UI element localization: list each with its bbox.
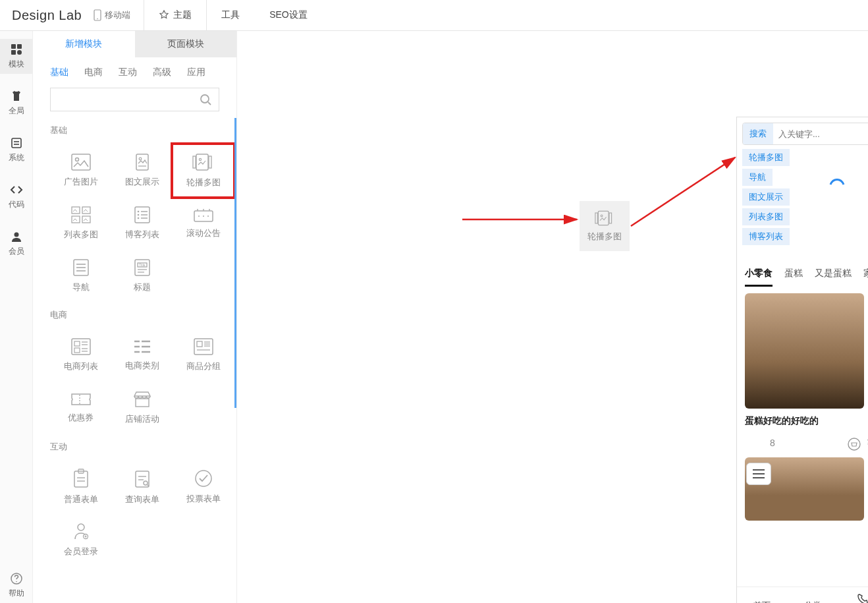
product-image [745, 293, 864, 409]
preview-tag-carousel[interactable]: 轮播多图 [742, 149, 790, 166]
svg-point-22 [199, 158, 201, 160]
module-search [50, 88, 219, 111]
tab-theme[interactable]: 主题 [144, 0, 207, 30]
category-tabs: 基础 电商 互动 高级 应用 [33, 57, 236, 85]
mod-member-login[interactable]: 会员登录 [50, 513, 111, 566]
shirt-icon [10, 90, 23, 103]
svg-point-75 [144, 481, 148, 485]
search-input[interactable] [50, 88, 219, 111]
preview-category-tabs: 小零食 蛋糕 又是蛋糕 家居生活 摆件 [737, 262, 868, 287]
preview-search: 搜索 [742, 123, 868, 145]
rail-modules[interactable]: 模块 [0, 39, 32, 74]
icon-rail: 模块 全局 系统 代码 会员 帮助 [0, 31, 33, 603]
pv-tab-cake[interactable]: 蛋糕 [784, 268, 803, 287]
mod-ecom-category[interactable]: 电商类别 [111, 329, 173, 382]
mod-list-images[interactable]: 列表多图 [50, 197, 111, 250]
svg-rect-42 [135, 260, 149, 275]
svg-point-12 [201, 95, 209, 103]
help-icon [10, 572, 23, 585]
preview-search-btn[interactable]: 搜索 [743, 123, 773, 144]
cat-advanced[interactable]: 高级 [153, 67, 171, 78]
svg-line-87 [631, 158, 735, 226]
cat-basic[interactable]: 基础 [50, 67, 68, 78]
mod-vote-form[interactable]: 投票表单 [173, 461, 234, 513]
svg-rect-51 [74, 348, 80, 353]
cat-app[interactable]: 应用 [187, 67, 205, 78]
annotation-arrow-1 [461, 179, 586, 225]
device-label: 移动端 [105, 9, 130, 21]
preview-module-tags: 轮播多图 导航 图文展示 列表多图 博客列表 [737, 149, 868, 246]
svg-rect-3 [17, 44, 22, 49]
rail-member[interactable]: 会员 [0, 226, 32, 261]
mod-product-group[interactable]: 商品分组 [173, 329, 234, 382]
rail-code[interactable]: 代码 [0, 179, 32, 214]
nav-icon-1[interactable] [829, 175, 845, 186]
tab-page-module[interactable]: 页面模块 [135, 31, 237, 57]
pv-tab-snack[interactable]: 小零食 [745, 268, 773, 287]
bnav-phone[interactable]: 电话 [854, 593, 868, 604]
svg-rect-6 [12, 138, 21, 148]
pv-tab-home[interactable]: 家居生活 [863, 268, 868, 287]
mod-ad-image[interactable]: 广告图片 [50, 144, 111, 197]
preview-tag-blog[interactable]: 博客列表 [742, 228, 790, 245]
phone-icon [857, 593, 868, 604]
svg-point-17 [139, 158, 142, 160]
modules-icon [10, 43, 23, 56]
mod-carousel[interactable]: 轮播多图 [173, 144, 234, 197]
mod-coupon[interactable]: 优惠券 [50, 382, 111, 434]
mod-query-form[interactable]: 查询表单 [111, 461, 173, 513]
rail-global[interactable]: 全局 [0, 86, 32, 121]
svg-point-36 [203, 215, 204, 217]
svg-rect-83 [595, 213, 598, 223]
mod-title[interactable]: Title标题 [111, 250, 173, 302]
module-list-scroll[interactable]: 基础 广告图片 图文展示 轮播多图 列表多图 博客列表 滚动公告 导航 Titl… [33, 118, 236, 603]
rail-help[interactable]: 帮助 [0, 568, 32, 603]
tab-tools[interactable]: 工具 [207, 0, 255, 30]
search-icon[interactable] [198, 92, 213, 107]
svg-rect-61 [197, 341, 202, 347]
drag-ghost: 轮播多图 [580, 201, 630, 251]
mod-normal-form[interactable]: 普通表单 [50, 461, 111, 513]
svg-rect-82 [598, 211, 609, 225]
pv-tab-cake2[interactable]: 又是蛋糕 [815, 268, 852, 287]
preview-tag-nav[interactable]: 导航 [742, 169, 773, 186]
list-icon [10, 136, 23, 150]
preview-nav-icons [803, 169, 868, 192]
cart-icon-1[interactable] [848, 438, 861, 451]
preview-search-input[interactable] [773, 129, 868, 139]
preview-bottom-nav: 首页 分类 电话 购物车 会员 [737, 587, 868, 603]
mod-blog-list[interactable]: 博客列表 [111, 197, 173, 250]
mod-ecom-list[interactable]: 电商列表 [50, 329, 111, 382]
product-card-1[interactable]: 蛋糕好吃的好吃的 [745, 293, 864, 427]
bnav-home[interactable]: 首页 [753, 600, 771, 604]
pin-icon [159, 10, 169, 20]
cat-interact[interactable]: 互动 [119, 67, 137, 78]
mod-scroll-notice[interactable]: 滚动公告 [173, 197, 234, 250]
preview-tag-imgtext[interactable]: 图文展示 [742, 188, 790, 206]
preview-products: 蛋糕好吃的好吃的 好吃好吃好吃的蛋糕 [737, 287, 868, 434]
topbar: Design Lab 移动端 主题 工具 SEO设置 [0, 0, 868, 31]
tab-seo[interactable]: SEO设置 [255, 0, 323, 30]
preview-price-row: 8 ¥28 [737, 434, 868, 451]
bnav-category[interactable]: 分类 [804, 600, 821, 604]
device-switch[interactable]: 移动端 [94, 9, 144, 21]
cat-ecom[interactable]: 电商 [84, 67, 103, 78]
rail-system[interactable]: 系统 [0, 132, 32, 167]
panel-tabs: 新增模块 页面模块 [33, 31, 236, 57]
svg-rect-48 [74, 341, 80, 346]
svg-rect-4 [11, 50, 16, 55]
mod-image-text[interactable]: 图文展示 [111, 144, 173, 197]
svg-point-1 [97, 18, 98, 20]
mod-shop-activity[interactable]: 店铺活动 [111, 382, 173, 434]
section-ecom: 电商 [50, 309, 226, 321]
tab-add-module[interactable]: 新增模块 [33, 31, 135, 57]
hamburger-button[interactable] [746, 463, 771, 485]
user-icon [10, 230, 23, 243]
canvas[interactable]: 轮播多图 搜索 轮播多图 导航 图文展示 列表多图 博客列表 [237, 31, 868, 603]
svg-rect-14 [72, 154, 90, 170]
preview-tag-listimg[interactable]: 列表多图 [742, 208, 790, 225]
mod-nav[interactable]: 导航 [50, 250, 111, 302]
section-basic: 基础 [50, 125, 226, 136]
svg-point-91 [848, 438, 860, 450]
svg-rect-20 [193, 156, 196, 168]
